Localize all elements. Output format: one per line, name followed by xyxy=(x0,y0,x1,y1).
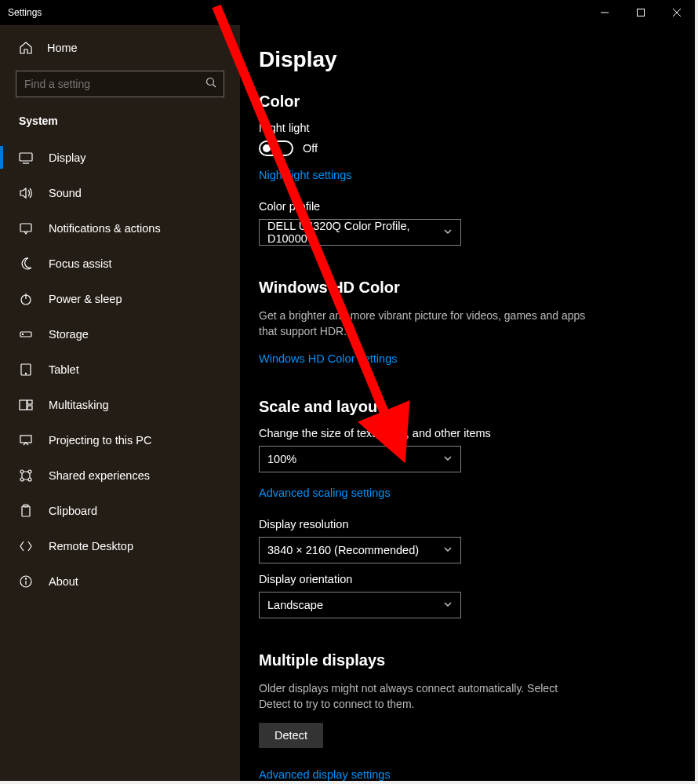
titlebar: Settings xyxy=(0,0,695,25)
svg-rect-1 xyxy=(638,9,645,16)
notifications-icon xyxy=(19,221,33,235)
settings-window: Settings Home xyxy=(0,0,698,784)
sidebar-item-power-sleep[interactable]: Power & sleep xyxy=(0,281,240,316)
svg-point-21 xyxy=(20,478,24,481)
maximize-icon xyxy=(637,9,645,16)
orientation-select[interactable]: Landscape xyxy=(259,592,461,618)
orientation-label: Display orientation xyxy=(259,573,635,585)
svg-point-20 xyxy=(28,470,31,473)
sidebar-item-label: Sound xyxy=(49,187,82,199)
search-container xyxy=(0,63,240,104)
sidebar-item-storage[interactable]: Storage xyxy=(0,316,240,352)
svg-rect-16 xyxy=(27,400,32,404)
sidebar-item-focus-assist[interactable]: Focus assist xyxy=(0,246,240,281)
sidebar-item-label: Notifications & actions xyxy=(49,222,161,235)
night-light-settings-link[interactable]: Night light settings xyxy=(259,169,351,181)
svg-rect-6 xyxy=(20,153,32,161)
svg-rect-23 xyxy=(22,506,30,516)
sidebar-item-label: Focus assist xyxy=(49,257,112,270)
color-profile-select[interactable]: DELL U4320Q Color Profile, D10000 xyxy=(259,219,461,246)
scale-size-select[interactable]: 100% xyxy=(259,446,461,472)
sidebar-item-label: Tablet xyxy=(49,363,79,376)
sidebar-item-projecting-to-this-pc[interactable]: Projecting to this PC xyxy=(0,422,240,458)
advanced-display-settings-link[interactable]: Advanced display settings xyxy=(259,768,391,781)
close-icon xyxy=(673,9,681,16)
content-area[interactable]: Display Color Night light Off Night ligh… xyxy=(240,25,695,781)
shared-exp-icon xyxy=(19,469,33,483)
sidebar-item-label: Display xyxy=(49,151,86,164)
sidebar-item-multitasking[interactable]: Multitasking xyxy=(0,387,240,422)
svg-point-27 xyxy=(25,578,26,578)
power-sleep-icon xyxy=(19,292,33,306)
sidebar-item-clipboard[interactable]: Clipboard xyxy=(0,493,240,528)
resolution-value: 3840 × 2160 (Recommended) xyxy=(267,544,419,556)
night-light-toggle[interactable] xyxy=(259,140,293,156)
svg-point-12 xyxy=(22,334,23,334)
detect-button[interactable]: Detect xyxy=(259,723,323,748)
sidebar-item-label: About xyxy=(49,575,78,588)
hd-color-link[interactable]: Windows HD Color settings xyxy=(259,352,397,365)
svg-point-4 xyxy=(207,78,214,86)
sidebar-item-label: Storage xyxy=(49,328,89,341)
sidebar-item-about[interactable]: About xyxy=(0,563,240,599)
sidebar: Home System DisplaySoundNotifications & … xyxy=(0,25,240,781)
chevron-down-icon xyxy=(443,453,453,465)
night-light-label: Night light xyxy=(259,122,635,134)
content-inner: Display Color Night light Off Night ligh… xyxy=(259,47,635,781)
about-icon xyxy=(19,574,33,589)
sidebar-item-label: Multitasking xyxy=(49,399,109,411)
sidebar-item-display[interactable]: Display xyxy=(0,140,240,175)
svg-rect-8 xyxy=(20,224,31,232)
sidebar-item-shared-experiences[interactable]: Shared experiences xyxy=(0,458,240,493)
night-light-state: Off xyxy=(303,142,318,155)
night-light-row: Off xyxy=(259,140,635,156)
multiple-displays-heading: Multiple displays xyxy=(259,651,635,669)
display-icon xyxy=(19,151,33,165)
hd-color-desc: Get a brighter and more vibrant picture … xyxy=(259,308,588,340)
svg-rect-17 xyxy=(27,406,32,410)
sidebar-item-notifications-actions[interactable]: Notifications & actions xyxy=(0,210,240,246)
svg-point-14 xyxy=(25,373,26,374)
projecting-icon xyxy=(19,433,33,447)
page-title: Display xyxy=(259,47,635,72)
svg-rect-18 xyxy=(20,436,31,443)
sidebar-item-label: Power & sleep xyxy=(49,293,122,305)
sidebar-category: System xyxy=(0,104,240,133)
advanced-scaling-link[interactable]: Advanced scaling settings xyxy=(259,487,391,499)
svg-line-5 xyxy=(213,85,216,88)
home-label: Home xyxy=(47,42,78,54)
color-profile-label: Color profile xyxy=(259,200,635,213)
remote-desktop-icon xyxy=(19,539,33,553)
svg-rect-15 xyxy=(20,400,27,410)
sound-icon xyxy=(19,186,33,200)
close-button[interactable] xyxy=(659,0,695,25)
color-heading: Color xyxy=(259,93,635,111)
sidebar-item-label: Clipboard xyxy=(49,505,97,517)
window-title: Settings xyxy=(8,7,42,18)
search-icon xyxy=(205,77,216,91)
color-profile-value: DELL U4320Q Color Profile, D10000 xyxy=(267,220,443,245)
sidebar-item-sound[interactable]: Sound xyxy=(0,175,240,210)
search-input[interactable] xyxy=(16,71,224,97)
resolution-select[interactable]: 3840 × 2160 (Recommended) xyxy=(259,537,461,563)
sidebar-nav: DisplaySoundNotifications & actionsFocus… xyxy=(0,140,240,599)
sidebar-item-label: Shared experiences xyxy=(49,469,150,482)
scale-size-label: Change the size of text, apps, and other… xyxy=(259,427,635,439)
multitasking-icon xyxy=(19,398,33,412)
svg-point-22 xyxy=(28,478,31,481)
home-nav-item[interactable]: Home xyxy=(0,33,240,63)
minimize-icon xyxy=(601,9,609,16)
resolution-label: Display resolution xyxy=(259,518,635,531)
sidebar-item-remote-desktop[interactable]: Remote Desktop xyxy=(0,528,240,563)
home-icon xyxy=(19,41,33,55)
maximize-button[interactable] xyxy=(623,0,659,25)
sidebar-item-label: Remote Desktop xyxy=(49,540,133,552)
sidebar-item-tablet[interactable]: Tablet xyxy=(0,352,240,387)
hd-color-heading: Windows HD Color xyxy=(259,279,635,297)
orientation-value: Landscape xyxy=(267,599,323,611)
titlebar-controls xyxy=(587,0,695,25)
focus-assist-icon xyxy=(19,257,33,271)
minimize-button[interactable] xyxy=(587,0,623,25)
scale-size-value: 100% xyxy=(267,453,296,465)
chevron-down-icon xyxy=(443,544,453,556)
